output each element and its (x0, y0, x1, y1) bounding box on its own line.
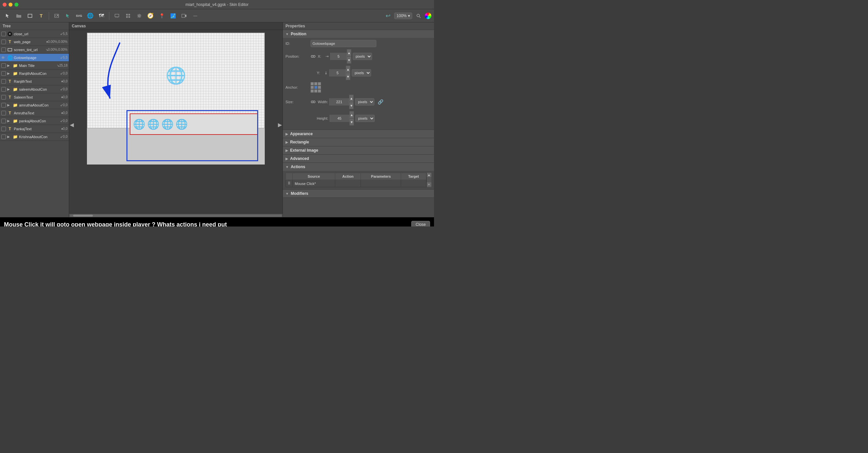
actions-add-button[interactable]: + (427, 182, 431, 187)
tree-row[interactable]: ▶ 📁 RanjithAboutCon ↙0,0 (0, 69, 69, 78)
canvas-scroll-left[interactable]: ◀ (70, 122, 74, 128)
tree-row[interactable]: T PankajText ♦0,0 (0, 125, 69, 133)
actions-section-header[interactable]: ▼ Actions (283, 163, 434, 171)
tree-content[interactable]: ✕ close_url ↙5,5 T web_page ♦0.00%,0.00% (0, 30, 69, 217)
canvas-scrollbar-h[interactable] (69, 213, 282, 217)
x-input[interactable] (330, 53, 347, 60)
visibility-eye[interactable]: 👁 (1, 56, 6, 60)
row-handle[interactable]: ⠿ (286, 180, 293, 187)
tree-row[interactable]: ✕ close_url ↙5,5 (0, 30, 69, 38)
anchor-cell-bl[interactable] (311, 89, 314, 93)
x-increment[interactable]: ▲ (347, 49, 351, 56)
anchor-cell-mc[interactable] (314, 86, 317, 89)
height-decrement[interactable]: ▼ (349, 118, 354, 125)
canvas-scroll-right[interactable]: ▶ (278, 122, 282, 128)
tree-row[interactable]: screen_tint_url ↘0.00%,0.00% (0, 46, 69, 54)
anchor-cell-mr[interactable] (318, 86, 321, 89)
tree-checkbox[interactable] (1, 135, 6, 139)
expand-icon[interactable]: ▶ (7, 103, 11, 107)
width-decrement[interactable]: ▼ (349, 102, 354, 109)
grid-tool-button[interactable] (123, 11, 133, 21)
anchor-cell-bc[interactable] (314, 89, 317, 93)
anchor-cell-tl[interactable] (311, 82, 314, 85)
tree-row[interactable]: T AmruthaText ♦0,0 (0, 109, 69, 117)
anchor-cell-tc[interactable] (314, 82, 317, 85)
modifiers-section-header[interactable]: ▼ Modifiers (283, 190, 434, 197)
action-source[interactable]: Mouse Click* (293, 180, 335, 187)
tree-checkbox[interactable] (1, 32, 6, 36)
actions-scrollbar[interactable]: ▲ + (427, 173, 431, 187)
height-increment[interactable]: ▲ (349, 111, 354, 118)
h-scrollbar-track[interactable] (70, 215, 282, 217)
width-spinbox[interactable]: ▲ ▼ (329, 95, 354, 109)
appearance-section-header[interactable]: ▶ Appearance (283, 130, 434, 138)
anchor-cell-tr[interactable] (318, 82, 321, 85)
tree-row[interactable]: T SaleemText ♦0,0 (0, 93, 69, 101)
monitor-tool-button[interactable] (112, 11, 122, 21)
height-unit-select[interactable]: pixels (355, 115, 375, 122)
canvas-area[interactable]: ◀ ▶ 🌐 🌐 🌐 � (69, 30, 282, 213)
tree-checkbox[interactable] (1, 103, 6, 108)
tree-checkbox[interactable] (1, 126, 6, 131)
undo-button[interactable]: ↩ (383, 11, 393, 21)
anchor-cell-br[interactable] (318, 89, 321, 93)
x-unit-select[interactable]: pixels (353, 53, 372, 60)
tree-checkbox[interactable] (1, 111, 6, 115)
external-image-section-header[interactable]: ▶ External Image (283, 146, 434, 154)
action-parameters[interactable] (361, 180, 401, 187)
minimize-button[interactable] (8, 3, 12, 7)
tree-checkbox[interactable] (1, 39, 6, 44)
expand-icon[interactable]: ▶ (7, 135, 11, 139)
width-link-icon[interactable]: 🔗 (378, 99, 383, 105)
map-tool-button[interactable]: 🗾 (168, 11, 178, 21)
y-spinbox[interactable]: ▲ ▼ (329, 66, 350, 80)
y-increment[interactable]: ▲ (346, 66, 350, 73)
tree-row[interactable]: ▶ 📁 Main Title ↘25,18 (0, 62, 69, 69)
y-input[interactable] (329, 69, 346, 77)
y-decrement[interactable]: ▼ (346, 73, 350, 80)
video-tool-button[interactable] (179, 11, 189, 21)
id-input[interactable] (311, 40, 376, 47)
expand-icon[interactable]: ▶ (7, 87, 11, 91)
expand-icon[interactable]: ▶ (7, 119, 11, 123)
actions-row[interactable]: ⠿ Mouse Click* (286, 180, 427, 187)
close-button[interactable] (3, 3, 7, 7)
tree-checkbox[interactable] (1, 48, 6, 52)
tree-row[interactable]: T web_page ♦0.00%,0.00% (0, 38, 69, 46)
compass-tool-button[interactable]: 🧭 (146, 11, 155, 21)
position-section-header[interactable]: ▼ Position (283, 30, 434, 38)
close-annotation-button[interactable]: Close (411, 221, 430, 227)
x-decrement[interactable]: ▼ (347, 56, 351, 64)
width-unit-select[interactable]: pixels (355, 98, 374, 106)
expand-icon[interactable]: ▶ (7, 72, 11, 75)
color-button[interactable] (425, 12, 431, 19)
text-tool-button[interactable]: T (36, 11, 46, 21)
search-button[interactable] (413, 11, 424, 21)
actions-scroll-up[interactable]: ▲ (427, 173, 431, 177)
width-input[interactable] (329, 98, 349, 106)
anchor-grid[interactable] (311, 82, 321, 93)
tree-checkbox[interactable] (1, 63, 6, 68)
arrow-tool-button[interactable]: 🗺 (96, 11, 106, 21)
anchor-cell-ml[interactable] (311, 86, 314, 89)
dash-tool-button[interactable]: — (190, 11, 200, 21)
select-tool-button[interactable] (3, 11, 12, 21)
image-tool-button[interactable] (52, 11, 62, 21)
svg-tool-button[interactable]: SVG (74, 11, 84, 21)
tree-checkbox[interactable] (1, 95, 6, 100)
globe-tool-button[interactable]: 🌐 (85, 11, 95, 21)
rect-tool-button[interactable] (25, 11, 35, 21)
h-scrollbar-thumb[interactable] (73, 215, 93, 217)
tree-checkbox[interactable] (1, 87, 6, 92)
cursor-tool-button[interactable] (63, 11, 73, 21)
advanced-section-header[interactable]: ▶ Advanced (283, 154, 434, 163)
expand-icon[interactable]: ▶ (7, 64, 11, 67)
settings-tool-button[interactable] (134, 11, 144, 21)
tree-row[interactable]: ▶ 📁 amruthaAboutCon ↙0,0 (0, 101, 69, 109)
height-spinbox[interactable]: ▲ ▼ (330, 111, 354, 125)
width-increment[interactable]: ▲ (349, 95, 354, 102)
tree-row-selected[interactable]: 👁 🌐 Gotowebpage ↙5,5 (0, 54, 69, 62)
action-action[interactable] (335, 180, 361, 187)
x-spinbox[interactable]: ▲ ▼ (330, 49, 351, 64)
height-input[interactable] (330, 115, 349, 122)
